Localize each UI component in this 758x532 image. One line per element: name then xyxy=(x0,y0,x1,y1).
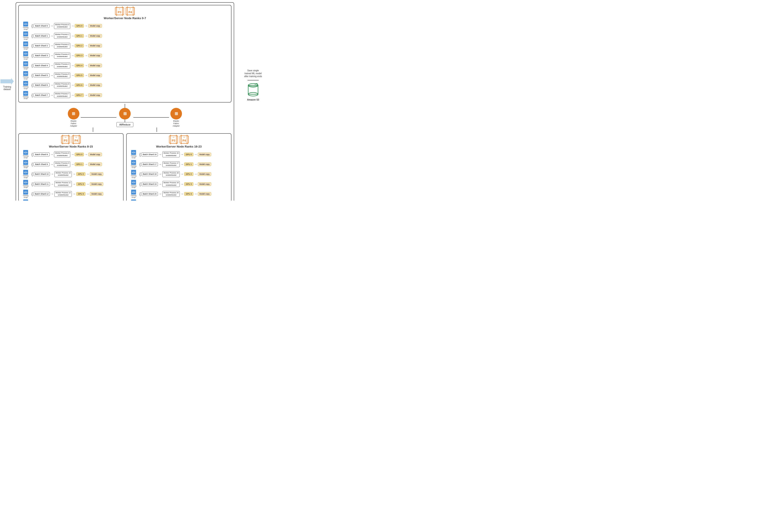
script-label: TrainingScript xyxy=(23,27,28,30)
arrow1: → xyxy=(50,24,53,28)
open-bracket: { xyxy=(139,152,141,156)
training-script: </> TrainingScript xyxy=(20,71,31,80)
training-script: </> TrainingScript xyxy=(20,180,31,188)
worker-process-box: Worker Process 1smdistributed xyxy=(54,33,70,39)
script-label: TrainingScript xyxy=(23,155,28,158)
script-icon: </> xyxy=(23,81,28,86)
chip-p3-bl: ▪▪▪ P3 xyxy=(61,136,70,144)
model-copy-box: Model copy xyxy=(88,44,102,48)
shard-row: </> TrainingScript { Batch Shard 4 → Wor… xyxy=(20,61,229,70)
batch-shard-box: Batch Shard 4 xyxy=(33,63,50,68)
arrow3: → xyxy=(85,54,87,57)
open-bracket: { xyxy=(31,83,33,87)
open-bracket: { xyxy=(31,172,33,176)
script-icon: </> xyxy=(23,170,28,175)
chip-row-top: ▪▪▪ P3 ▪▪▪ P4 xyxy=(20,7,229,15)
training-script: </> TrainingScript xyxy=(20,31,31,40)
worker-process-box: Worker Process 10smdistributed xyxy=(54,171,72,177)
arrow2: → xyxy=(73,182,76,186)
worker-process-box: Worker Process 2smdistributed xyxy=(54,43,70,49)
s3-bucket-icon xyxy=(246,83,260,97)
gpu-box: GPU 4 xyxy=(184,192,193,196)
shard-row: </> TrainingScript { Batch Shard 8 → Wor… xyxy=(20,150,121,158)
worker-process-box: Worker Process 11smdistributed xyxy=(54,181,72,187)
open-bracket: { xyxy=(139,162,141,166)
open-bracket: { xyxy=(139,172,141,176)
batch-shard-box: Batch Shard 18 xyxy=(141,172,158,176)
gpu-box: GPU 6 xyxy=(75,83,84,87)
arrow2: → xyxy=(71,64,74,67)
arrow2: → xyxy=(71,44,74,48)
batch-shard-box: Batch Shard 1 xyxy=(33,34,50,38)
shard-row: </> TrainingScript { Batch Shard 1 → Wor… xyxy=(20,31,229,40)
worker-process-box: Worker Process 16smdistributed xyxy=(162,151,180,157)
bottom-left-rows: </> TrainingScript { Batch Shard 8 → Wor… xyxy=(20,150,121,201)
model-copy-box: Model copy xyxy=(198,192,211,196)
gpu-box: GPU 4 xyxy=(75,64,84,67)
shard-row: </> TrainingScript { Batch Shard 21 → Wo… xyxy=(128,199,229,201)
arrow1: → xyxy=(158,182,162,186)
open-bracket: { xyxy=(31,162,33,166)
open-bracket: { xyxy=(31,44,33,48)
efa-label-right: Elastic Fabric Adapter xyxy=(173,120,180,127)
arrow2: → xyxy=(180,162,184,166)
chip-row-bottom-right: ▪▪▪ P3 ▪▪▪ P4 xyxy=(128,136,229,144)
chip-p4-bl: ▪▪▪ P4 xyxy=(72,136,81,144)
chip-p3-top: ▪▪▪ P3 xyxy=(115,7,124,15)
model-copy-box: Model copy xyxy=(88,64,102,67)
script-icon: </> xyxy=(23,42,28,46)
worker-process-box: Worker Process 0smdistributed xyxy=(54,23,70,29)
model-copy-box: Model copy xyxy=(88,162,102,166)
arrow1: → xyxy=(51,192,54,196)
batch-shard-box: Batch Shard 6 xyxy=(33,83,50,87)
script-label: TrainingScript xyxy=(131,195,136,198)
arrow3: → xyxy=(194,192,197,196)
batch-shard-box: Batch Shard 12 xyxy=(33,192,50,196)
script-label: TrainingScript xyxy=(23,195,28,198)
training-script: </> TrainingScript xyxy=(20,199,31,201)
open-bracket: { xyxy=(31,182,33,186)
arrow3: → xyxy=(194,182,197,186)
shard-row: </> TrainingScript { Batch Shard 13 → Wo… xyxy=(20,199,121,201)
arrow1: → xyxy=(158,153,162,156)
arrow2: → xyxy=(180,182,184,186)
script-icon: </> xyxy=(23,91,28,96)
training-script: </> TrainingScript xyxy=(20,190,31,198)
shard-row: </> TrainingScript { Batch Shard 17 → Wo… xyxy=(128,160,229,169)
bottom-right-node: ▪▪▪ P3 ▪▪▪ P4 Worker/Server Node Ranks 1… xyxy=(126,133,231,201)
shard-row: </> TrainingScript { Batch Shard 2 → Wor… xyxy=(20,42,229,50)
shard-row: </> TrainingScript { Batch Shard 20 → Wo… xyxy=(128,190,229,198)
training-script: </> TrainingScript xyxy=(20,160,31,169)
bottom-left-node: ▪▪▪ P3 ▪▪▪ P4 Worker/Server Node Ranks 8… xyxy=(18,133,123,201)
script-icon: </> xyxy=(23,31,28,36)
gpu-box: GPU 2 xyxy=(75,44,84,48)
model-copy-box: Model copy xyxy=(90,172,103,176)
arrow3: → xyxy=(85,153,87,156)
arrow2: → xyxy=(180,153,184,156)
batch-shard-box: Batch Shard 3 xyxy=(33,53,50,57)
arrow1: → xyxy=(50,44,53,48)
arrow3: → xyxy=(85,74,87,77)
training-script: </> TrainingScript xyxy=(128,170,139,178)
worker-process-box: Worker Process 19smdistributed xyxy=(162,181,180,187)
batch-shard-box: Batch Shard 7 xyxy=(33,93,50,97)
open-bracket: { xyxy=(139,192,141,196)
arrow1: → xyxy=(158,172,162,176)
arrow3: → xyxy=(86,192,89,196)
efa-circle-right: ⊞ xyxy=(170,108,182,119)
chip-row-bottom-left: ▪▪▪ P3 ▪▪▪ P4 xyxy=(20,136,121,144)
training-script: </> TrainingScript xyxy=(128,150,139,158)
worker-process-box: Worker Process 4smdistributed xyxy=(54,62,70,68)
model-copy-box: Model copy xyxy=(198,172,211,176)
model-copy-box: Model copy xyxy=(88,83,102,87)
script-label: TrainingScript xyxy=(131,165,136,169)
script-icon: </> xyxy=(131,150,136,155)
script-icon: </> xyxy=(23,180,28,185)
model-copy-box: Model copy xyxy=(88,74,102,77)
batch-shard-box: Batch Shard 9 xyxy=(33,162,50,166)
arrow1: → xyxy=(50,153,53,156)
script-icon: </> xyxy=(23,51,28,56)
arrow3: → xyxy=(194,153,197,156)
efa-circle-left: ⊞ xyxy=(68,108,79,119)
training-script: </> TrainingScript xyxy=(128,190,139,198)
